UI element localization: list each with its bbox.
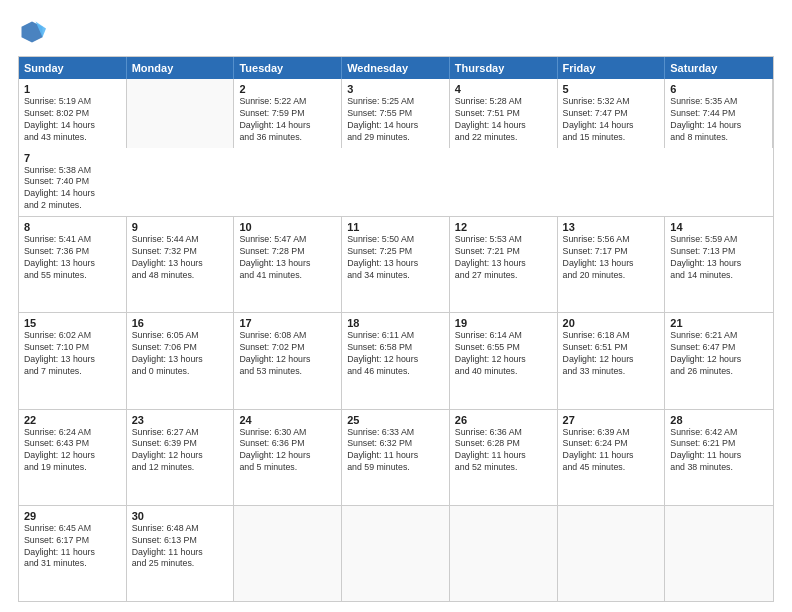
day-number: 15 (24, 317, 121, 329)
day-number: 19 (455, 317, 552, 329)
day-number: 17 (239, 317, 336, 329)
cell-data: Sunrise: 6:27 AMSunset: 6:39 PMDaylight:… (132, 427, 203, 473)
calendar-cell-16: 16Sunrise: 6:05 AMSunset: 7:06 PMDayligh… (127, 313, 235, 408)
calendar-cell-24: 24Sunrise: 6:30 AMSunset: 6:36 PMDayligh… (234, 410, 342, 505)
calendar-cell-6: 6Sunrise: 5:35 AMSunset: 7:44 PMDaylight… (665, 79, 773, 148)
calendar-cell-empty (234, 506, 342, 601)
calendar-cell-empty (558, 506, 666, 601)
calendar-cell-15: 15Sunrise: 6:02 AMSunset: 7:10 PMDayligh… (19, 313, 127, 408)
calendar-cell-25: 25Sunrise: 6:33 AMSunset: 6:32 PMDayligh… (342, 410, 450, 505)
header-day-friday: Friday (558, 57, 666, 79)
calendar-cell-7: 7Sunrise: 5:38 AMSunset: 7:40 PMDaylight… (19, 148, 127, 217)
header-day-tuesday: Tuesday (234, 57, 342, 79)
calendar-cell-13: 13Sunrise: 5:56 AMSunset: 7:17 PMDayligh… (558, 217, 666, 312)
day-number: 16 (132, 317, 229, 329)
cell-data: Sunrise: 6:33 AMSunset: 6:32 PMDaylight:… (347, 427, 418, 473)
calendar-cell-2: 2Sunrise: 5:22 AMSunset: 7:59 PMDaylight… (234, 79, 342, 148)
page: SundayMondayTuesdayWednesdayThursdayFrid… (0, 0, 792, 612)
calendar-cell-17: 17Sunrise: 6:08 AMSunset: 7:02 PMDayligh… (234, 313, 342, 408)
calendar-body: 1Sunrise: 5:19 AMSunset: 8:02 PMDaylight… (19, 79, 773, 601)
calendar-cell-28: 28Sunrise: 6:42 AMSunset: 6:21 PMDayligh… (665, 410, 773, 505)
day-number: 26 (455, 414, 552, 426)
calendar-cell-empty (342, 506, 450, 601)
header-day-monday: Monday (127, 57, 235, 79)
cell-data: Sunrise: 5:47 AMSunset: 7:28 PMDaylight:… (239, 234, 310, 280)
cell-data: Sunrise: 5:35 AMSunset: 7:44 PMDaylight:… (670, 96, 741, 142)
day-number: 22 (24, 414, 121, 426)
calendar-cell-20: 20Sunrise: 6:18 AMSunset: 6:51 PMDayligh… (558, 313, 666, 408)
logo (18, 18, 50, 46)
calendar-cell-11: 11Sunrise: 5:50 AMSunset: 7:25 PMDayligh… (342, 217, 450, 312)
day-number: 21 (670, 317, 768, 329)
day-number: 5 (563, 83, 660, 95)
day-number: 18 (347, 317, 444, 329)
cell-data: Sunrise: 5:56 AMSunset: 7:17 PMDaylight:… (563, 234, 634, 280)
day-number: 6 (670, 83, 767, 95)
day-number: 13 (563, 221, 660, 233)
day-number: 27 (563, 414, 660, 426)
calendar-cell-23: 23Sunrise: 6:27 AMSunset: 6:39 PMDayligh… (127, 410, 235, 505)
day-number: 14 (670, 221, 768, 233)
cell-data: Sunrise: 6:42 AMSunset: 6:21 PMDaylight:… (670, 427, 741, 473)
day-number: 30 (132, 510, 229, 522)
day-number: 11 (347, 221, 444, 233)
cell-data: Sunrise: 6:14 AMSunset: 6:55 PMDaylight:… (455, 330, 526, 376)
cell-data: Sunrise: 6:45 AMSunset: 6:17 PMDaylight:… (24, 523, 95, 569)
calendar-cell-22: 22Sunrise: 6:24 AMSunset: 6:43 PMDayligh… (19, 410, 127, 505)
calendar-row-3: 15Sunrise: 6:02 AMSunset: 7:10 PMDayligh… (19, 312, 773, 408)
day-number: 1 (24, 83, 121, 95)
calendar-cell-19: 19Sunrise: 6:14 AMSunset: 6:55 PMDayligh… (450, 313, 558, 408)
header-day-thursday: Thursday (450, 57, 558, 79)
cell-data: Sunrise: 5:25 AMSunset: 7:55 PMDaylight:… (347, 96, 418, 142)
cell-data: Sunrise: 6:11 AMSunset: 6:58 PMDaylight:… (347, 330, 418, 376)
day-number: 28 (670, 414, 768, 426)
header-day-sunday: Sunday (19, 57, 127, 79)
calendar-cell-21: 21Sunrise: 6:21 AMSunset: 6:47 PMDayligh… (665, 313, 773, 408)
cell-data: Sunrise: 6:02 AMSunset: 7:10 PMDaylight:… (24, 330, 95, 376)
calendar-row-2: 8Sunrise: 5:41 AMSunset: 7:36 PMDaylight… (19, 216, 773, 312)
day-number: 24 (239, 414, 336, 426)
cell-data: Sunrise: 6:08 AMSunset: 7:02 PMDaylight:… (239, 330, 310, 376)
cell-data: Sunrise: 5:59 AMSunset: 7:13 PMDaylight:… (670, 234, 741, 280)
cell-data: Sunrise: 5:38 AMSunset: 7:40 PMDaylight:… (24, 165, 95, 211)
calendar-cell-27: 27Sunrise: 6:39 AMSunset: 6:24 PMDayligh… (558, 410, 666, 505)
calendar-cell-12: 12Sunrise: 5:53 AMSunset: 7:21 PMDayligh… (450, 217, 558, 312)
calendar-cell-3: 3Sunrise: 5:25 AMSunset: 7:55 PMDaylight… (342, 79, 450, 148)
calendar-cell-9: 9Sunrise: 5:44 AMSunset: 7:32 PMDaylight… (127, 217, 235, 312)
header (18, 18, 774, 46)
cell-data: Sunrise: 5:41 AMSunset: 7:36 PMDaylight:… (24, 234, 95, 280)
cell-data: Sunrise: 5:28 AMSunset: 7:51 PMDaylight:… (455, 96, 526, 142)
calendar: SundayMondayTuesdayWednesdayThursdayFrid… (18, 56, 774, 602)
cell-data: Sunrise: 6:36 AMSunset: 6:28 PMDaylight:… (455, 427, 526, 473)
cell-data: Sunrise: 5:22 AMSunset: 7:59 PMDaylight:… (239, 96, 310, 142)
cell-data: Sunrise: 6:30 AMSunset: 6:36 PMDaylight:… (239, 427, 310, 473)
cell-data: Sunrise: 5:44 AMSunset: 7:32 PMDaylight:… (132, 234, 203, 280)
cell-data: Sunrise: 6:39 AMSunset: 6:24 PMDaylight:… (563, 427, 634, 473)
cell-data: Sunrise: 6:21 AMSunset: 6:47 PMDaylight:… (670, 330, 741, 376)
calendar-cell-empty (127, 79, 235, 148)
header-day-saturday: Saturday (665, 57, 773, 79)
day-number: 4 (455, 83, 552, 95)
day-number: 9 (132, 221, 229, 233)
cell-data: Sunrise: 6:18 AMSunset: 6:51 PMDaylight:… (563, 330, 634, 376)
day-number: 7 (24, 152, 122, 164)
cell-data: Sunrise: 5:32 AMSunset: 7:47 PMDaylight:… (563, 96, 634, 142)
day-number: 10 (239, 221, 336, 233)
calendar-cell-10: 10Sunrise: 5:47 AMSunset: 7:28 PMDayligh… (234, 217, 342, 312)
cell-data: Sunrise: 6:24 AMSunset: 6:43 PMDaylight:… (24, 427, 95, 473)
day-number: 20 (563, 317, 660, 329)
day-number: 23 (132, 414, 229, 426)
calendar-cell-empty (665, 506, 773, 601)
cell-data: Sunrise: 6:05 AMSunset: 7:06 PMDaylight:… (132, 330, 203, 376)
calendar-row-1: 1Sunrise: 5:19 AMSunset: 8:02 PMDaylight… (19, 79, 773, 216)
calendar-cell-8: 8Sunrise: 5:41 AMSunset: 7:36 PMDaylight… (19, 217, 127, 312)
calendar-header: SundayMondayTuesdayWednesdayThursdayFrid… (19, 57, 773, 79)
day-number: 2 (239, 83, 336, 95)
calendar-row-5: 29Sunrise: 6:45 AMSunset: 6:17 PMDayligh… (19, 505, 773, 601)
cell-data: Sunrise: 5:53 AMSunset: 7:21 PMDaylight:… (455, 234, 526, 280)
day-number: 12 (455, 221, 552, 233)
calendar-cell-18: 18Sunrise: 6:11 AMSunset: 6:58 PMDayligh… (342, 313, 450, 408)
cell-data: Sunrise: 5:19 AMSunset: 8:02 PMDaylight:… (24, 96, 95, 142)
day-number: 29 (24, 510, 121, 522)
calendar-cell-26: 26Sunrise: 6:36 AMSunset: 6:28 PMDayligh… (450, 410, 558, 505)
